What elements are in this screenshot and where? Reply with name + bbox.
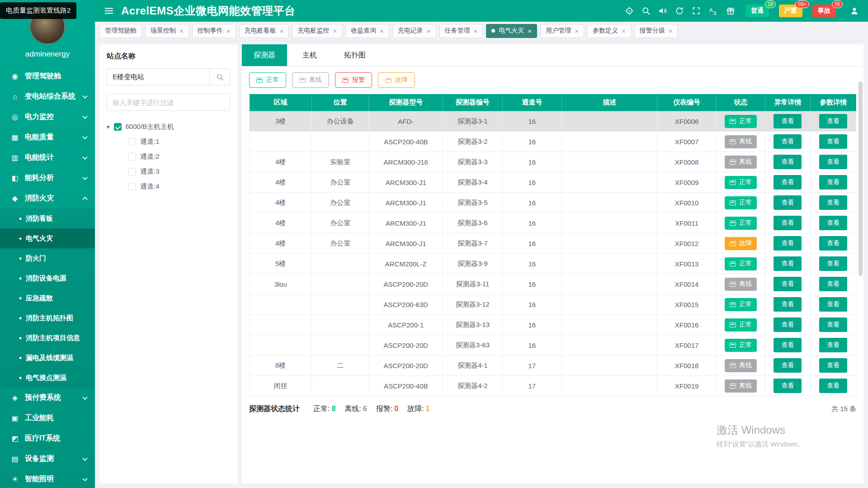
table-row[interactable]: 5楼ARCM200L-Z探测器3-916XF0013正常查看查看 — [250, 254, 856, 274]
panel-tab[interactable]: 主机 — [287, 44, 332, 66]
checkbox[interactable] — [128, 183, 136, 190]
close-icon[interactable]: × — [179, 28, 184, 34]
param-detail-view-button[interactable]: 查看 — [819, 256, 847, 271]
tabbar-tab[interactable]: 充电记录× — [392, 24, 436, 38]
checkbox[interactable] — [128, 138, 136, 146]
param-detail-view-button[interactable]: 查看 — [819, 216, 847, 230]
filter-normal-button[interactable]: 正常 — [249, 72, 286, 88]
tabbar-tab[interactable]: 任务管理× — [439, 24, 483, 38]
alarm-badge-accident[interactable]: 事故26 — [812, 5, 836, 17]
sidebar-subitem[interactable]: •防火门 — [0, 248, 95, 268]
table-row[interactable]: 4楼实验室ARCM300-J16探测器3-316XF0008离线查看查看 — [250, 152, 856, 172]
param-detail-view-button[interactable]: 查看 — [819, 338, 847, 352]
sidebar-item[interactable]: ⌂变电站综合系统 — [0, 86, 95, 107]
panel-tab[interactable]: 探测器 — [242, 44, 287, 66]
close-icon[interactable]: × — [575, 28, 579, 34]
tree-node[interactable]: 通道:3 — [107, 164, 230, 179]
sidebar-item[interactable]: ◧能耗分析 — [0, 168, 95, 188]
close-icon[interactable]: × — [333, 28, 337, 34]
translate-icon[interactable]: A文 — [708, 6, 718, 16]
sidebar-subitem[interactable]: •电气接点测温 — [0, 368, 95, 388]
tabbar-tab[interactable]: 充电桩看板× — [239, 24, 289, 38]
table-row[interactable]: 4楼办公室ARCM300-J1探测器3-516XF0010正常查看查看 — [250, 193, 856, 213]
abnormal-detail-view-button[interactable]: 查看 — [774, 134, 802, 149]
fullscreen-icon[interactable] — [692, 6, 701, 15]
close-icon[interactable]: × — [280, 28, 284, 34]
close-icon[interactable]: × — [226, 28, 231, 34]
checkbox[interactable] — [128, 168, 136, 175]
close-icon[interactable]: × — [622, 28, 626, 34]
abnormal-detail-view-button[interactable]: 查看 — [774, 155, 802, 169]
site-search-input[interactable] — [107, 68, 209, 85]
abnormal-detail-view-button[interactable]: 查看 — [774, 175, 802, 190]
param-detail-view-button[interactable]: 查看 — [819, 277, 847, 291]
filter-fault-button[interactable]: 故障 — [378, 72, 415, 88]
close-icon[interactable]: × — [528, 28, 532, 34]
abnormal-detail-view-button[interactable]: 查看 — [774, 358, 802, 373]
table-row[interactable]: 闭挂ASCP200-40B探测器4-217XF0019离线查看查看 — [250, 376, 856, 396]
sidebar-item[interactable]: ▣工业能耗 — [0, 408, 95, 428]
abnormal-detail-view-button[interactable]: 查看 — [774, 114, 802, 128]
sidebar-item[interactable]: ☀智能照明 — [0, 469, 95, 488]
abnormal-detail-view-button[interactable]: 查看 — [774, 297, 802, 312]
close-icon[interactable]: × — [669, 28, 673, 34]
param-detail-view-button[interactable]: 查看 — [819, 379, 847, 393]
tree-filter-input[interactable] — [107, 94, 230, 111]
table-row[interactable]: 4楼办公室ARCM300-J1探测器3-716XF0012故障查看查看 — [250, 233, 856, 254]
tree-node[interactable]: 通道:2 — [107, 149, 230, 164]
abnormal-detail-view-button[interactable]: 查看 — [774, 277, 802, 291]
tabbar-tab[interactable]: 收益查询× — [345, 24, 389, 38]
param-detail-view-button[interactable]: 查看 — [819, 155, 847, 169]
sidebar-subitem[interactable]: •漏电及线缆测温 — [0, 348, 95, 368]
abnormal-detail-view-button[interactable]: 查看 — [774, 195, 802, 210]
sidebar-item[interactable]: ◎电力监控 — [0, 107, 95, 127]
sidebar-item[interactable]: ◩医疗IT系统 — [0, 428, 95, 449]
param-detail-view-button[interactable]: 查看 — [819, 358, 847, 373]
hamburger-menu-icon[interactable] — [104, 6, 114, 16]
gift-icon[interactable] — [726, 6, 735, 15]
sidebar-item[interactable]: ▥电能统计 — [0, 147, 95, 168]
scrollbar-thumb[interactable] — [859, 81, 863, 276]
tabbar-tab[interactable]: 电气火灾× — [486, 24, 537, 38]
aim-icon[interactable] — [625, 6, 634, 15]
volume-icon[interactable] — [658, 6, 667, 15]
tabbar-tab[interactable]: 用户管理× — [540, 24, 584, 38]
table-row[interactable]: ASCP200-63D探测器3-1216XF0015正常查看查看 — [250, 294, 856, 315]
abnormal-detail-view-button[interactable]: 查看 — [774, 338, 802, 352]
table-row[interactable]: 3楼办公设备AFD-探测器3-116XF0006正常查看查看 — [250, 111, 856, 132]
tabbar-tab[interactable]: 控制事件× — [192, 24, 236, 38]
close-icon[interactable]: × — [474, 28, 478, 34]
search-icon[interactable] — [642, 6, 651, 15]
param-detail-view-button[interactable]: 查看 — [819, 195, 847, 210]
filter-alarm-button[interactable]: 报警 — [335, 72, 372, 88]
tabbar-tab[interactable]: 报警分级× — [634, 24, 678, 38]
tree-node[interactable]: 通道:1 — [107, 134, 230, 149]
checkbox[interactable] — [128, 153, 136, 161]
param-detail-view-button[interactable]: 查看 — [819, 317, 847, 332]
close-icon[interactable]: × — [380, 28, 384, 34]
sidebar-subitem[interactable]: •消防看板 — [0, 208, 95, 228]
sidebar-subitem[interactable]: •应急疏散 — [0, 288, 95, 308]
alarm-badge-severe[interactable]: 严重99+ — [779, 5, 802, 17]
scrollbar[interactable] — [859, 68, 863, 479]
param-detail-view-button[interactable]: 查看 — [819, 134, 847, 149]
table-row[interactable]: ASCP200-40B探测器3-216XF0007离线查看查看 — [250, 132, 856, 152]
param-detail-view-button[interactable]: 查看 — [819, 175, 847, 190]
param-detail-view-button[interactable]: 查看 — [819, 114, 847, 128]
abnormal-detail-view-button[interactable]: 查看 — [774, 216, 802, 230]
param-detail-view-button[interactable]: 查看 — [819, 297, 847, 312]
table-row[interactable]: 8楼二ASCP200-20D探测器4-117XF0018离线查看查看 — [250, 355, 856, 376]
caret-down-icon[interactable]: ▾ — [107, 123, 110, 130]
abnormal-detail-view-button[interactable]: 查看 — [774, 236, 802, 251]
table-row[interactable]: ASCP200-1探测器3-1316XF0016正常查看查看 — [250, 315, 856, 335]
table-row[interactable]: 3louASCP200-20D探测器3-1116XF0014离线查看查看 — [250, 274, 856, 294]
filter-offline-button[interactable]: 离线 — [292, 72, 329, 88]
sidebar-subitem[interactable]: •消防主机项目信息 — [0, 328, 95, 348]
abnormal-detail-view-button[interactable]: 查看 — [774, 379, 802, 393]
sidebar-item[interactable]: ◈预付费系统 — [0, 388, 95, 408]
sidebar-subitem[interactable]: •消防设备电源 — [0, 268, 95, 288]
sidebar-item[interactable]: ◆消防火灾 — [0, 188, 95, 208]
site-search-button[interactable] — [209, 68, 230, 85]
user-icon[interactable] — [850, 6, 859, 15]
table-row[interactable]: 4楼办公室ARCM300-J1探测器3-416XF0009正常查看查看 — [250, 172, 856, 193]
